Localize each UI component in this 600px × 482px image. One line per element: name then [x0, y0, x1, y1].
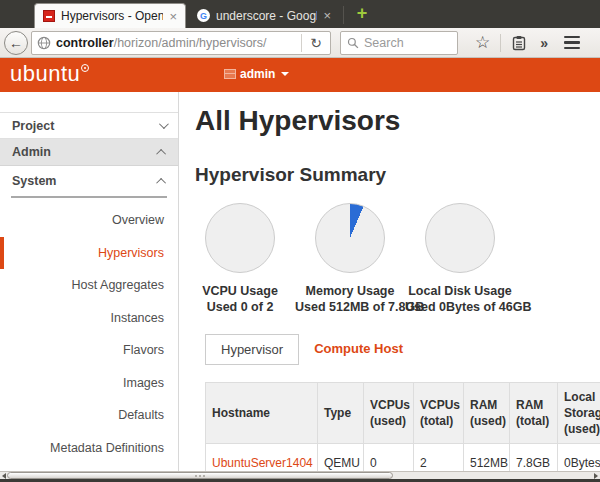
tab-separator [343, 6, 344, 24]
sidebar-item-overview[interactable]: Overview [0, 204, 178, 237]
chevron-down-icon [281, 72, 289, 76]
search-icon [347, 37, 359, 49]
tab-title: underscore - Google... [216, 9, 317, 23]
browser-toolbar: ← controller/horizon/admin/hypervisors/ … [0, 28, 600, 58]
content-tabs: Hypervisor Compute Host [205, 334, 600, 365]
tab-underscore-google[interactable]: G underscore - Google... × [189, 3, 339, 28]
ubuntu-logo: ubuntu [10, 61, 89, 87]
google-favicon-icon: G [197, 9, 210, 22]
vcpu-usage-pie [205, 203, 275, 273]
sidebar-item-defaults[interactable]: Defaults [0, 399, 178, 432]
cell-type: QEMU [318, 444, 364, 472]
circle-of-friends-icon [81, 64, 89, 72]
cell-vcpus-used: 0 [364, 444, 414, 472]
close-tab-icon[interactable]: × [323, 9, 331, 22]
table-header-row: Hostname Type VCPUs (used) VCPUs (total)… [206, 383, 600, 444]
toolbar-divider [500, 34, 501, 52]
sidebar-section-admin[interactable]: Admin [0, 139, 178, 166]
url-text: controller/horizon/admin/hypervisors/ [56, 36, 296, 50]
page-viewport: Project Admin System Overview Hypervisor… [0, 92, 600, 471]
pie-sublabel: Used 512MB of 7.8GB [295, 300, 405, 314]
browser-window: Hypervisors - OpenS... × G underscore - … [0, 0, 600, 482]
hostname-link[interactable]: UbuntuServer1404 [206, 444, 318, 472]
cell-ram-total: 7.8GB [510, 444, 558, 472]
cell-ram-used: 512MB [464, 444, 510, 472]
close-tab-icon[interactable]: × [169, 10, 177, 23]
user-menu[interactable]: admin [224, 67, 289, 81]
tab-hypervisors[interactable]: Hypervisors - OpenS... × [34, 3, 186, 28]
globe-icon [37, 36, 51, 50]
local-disk-usage-pie [425, 203, 495, 273]
memory-usage-block: Memory Usage Used 512MB of 7.8GB [295, 203, 405, 314]
col-local-storage-used[interactable]: Local Storage (used) [558, 383, 600, 444]
col-type[interactable]: Type [318, 383, 364, 444]
tab-hypervisor[interactable]: Hypervisor [205, 334, 299, 365]
search-input[interactable] [364, 36, 442, 50]
app-header: ubuntu admin [0, 58, 600, 92]
url-path: /horizon/admin/hypervisors/ [114, 36, 267, 50]
sidebar-item-instances[interactable]: Instances [0, 302, 178, 335]
pie-sublabel: Used 0 of 2 [185, 300, 295, 314]
tab-compute-host[interactable]: Compute Host [299, 334, 418, 365]
usage-pie-charts: VCPU Usage Used 0 of 2 Memory Usage Used… [185, 203, 600, 314]
chevron-up-icon [156, 177, 166, 187]
sidebar-item-images[interactable]: Images [0, 367, 178, 400]
overflow-chevrons-icon[interactable]: » [540, 35, 548, 51]
hypervisor-table: Hostname Type VCPUs (used) VCPUs (total)… [205, 382, 600, 471]
section-label: Admin [12, 145, 51, 159]
section-underline [11, 196, 167, 198]
main-content: All Hypervisors Hypervisor Summary VCPU … [179, 92, 600, 471]
scrollbar-thumb[interactable] [7, 472, 393, 479]
pie-sublabel: Used 0Bytes of 46GB [405, 300, 515, 314]
section-label: System [12, 174, 56, 188]
pie-label: Local Disk Usage [405, 284, 515, 298]
chevron-up-icon [156, 148, 166, 158]
col-ram-used[interactable]: RAM (used) [464, 383, 510, 444]
sidebar: Project Admin System Overview Hypervisor… [0, 92, 179, 471]
sidebar-item-host-aggregates[interactable]: Host Aggregates [0, 269, 178, 302]
table-row: UbuntuServer1404 QEMU 0 2 512MB 7.8GB 0B… [206, 444, 600, 472]
section-label: Project [12, 119, 54, 133]
local-disk-usage-block: Local Disk Usage Used 0Bytes of 46GB [405, 203, 515, 314]
back-button[interactable]: ← [4, 31, 28, 55]
new-tab-button[interactable]: + [352, 3, 372, 25]
sidebar-item-hypervisors[interactable]: Hypervisors [0, 237, 178, 270]
sidebar-section-project[interactable]: Project [0, 112, 178, 139]
cell-vcpus-total: 2 [414, 444, 464, 472]
sidebar-item-flavors[interactable]: Flavors [0, 334, 178, 367]
chevron-down-icon [159, 119, 169, 129]
horizontal-scrollbar[interactable] [0, 471, 600, 479]
reload-icon[interactable]: ↻ [307, 35, 325, 51]
url-divider [301, 34, 302, 52]
sidebar-item-metadata-definitions[interactable]: Metadata Definitions [0, 432, 178, 465]
tab-title: Hypervisors - OpenS... [61, 9, 163, 23]
project-grid-icon [224, 69, 236, 79]
sidebar-section-system[interactable]: System [0, 166, 178, 196]
col-vcpus-total[interactable]: VCPUs (total) [414, 383, 464, 444]
url-domain: controller [56, 36, 114, 50]
page-title: All Hypervisors [195, 105, 600, 137]
hypervisor-table-wrap: Hostname Type VCPUs (used) VCPUs (total)… [205, 382, 600, 471]
bookmark-star-icon[interactable]: ☆ [475, 34, 490, 51]
hamburger-menu-icon[interactable] [564, 36, 580, 50]
col-ram-total[interactable]: RAM (total) [510, 383, 558, 444]
vcpu-usage-block: VCPU Usage Used 0 of 2 [185, 203, 295, 314]
pie-label: VCPU Usage [185, 284, 295, 298]
col-vcpus-used[interactable]: VCPUs (used) [364, 383, 414, 444]
hypervisor-summary-title: Hypervisor Summary [195, 164, 600, 186]
scrollbar-grip [195, 475, 205, 477]
url-bar[interactable]: controller/horizon/admin/hypervisors/ ↻ [31, 31, 331, 55]
memory-usage-pie [315, 203, 385, 273]
col-hostname[interactable]: Hostname [206, 383, 318, 444]
browser-tab-bar: Hypervisors - OpenS... × G underscore - … [0, 0, 600, 28]
openstack-favicon-icon [43, 10, 55, 22]
search-bar[interactable] [340, 31, 458, 55]
bookmarks-clipboard-icon[interactable] [511, 35, 527, 51]
pie-label: Memory Usage [295, 284, 405, 298]
cell-local-storage-used: 0Bytes [558, 444, 600, 472]
user-menu-label: admin [240, 67, 275, 81]
